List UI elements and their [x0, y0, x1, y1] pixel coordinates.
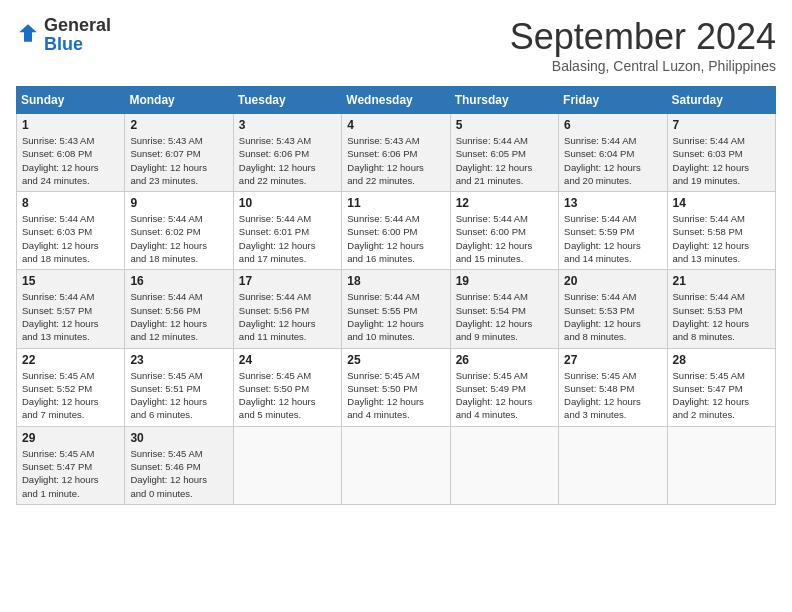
calendar-cell: 26Sunrise: 5:45 AM Sunset: 5:49 PM Dayli… — [450, 348, 558, 426]
day-number: 8 — [22, 196, 119, 210]
calendar-week-2: 8Sunrise: 5:44 AM Sunset: 6:03 PM Daylig… — [17, 192, 776, 270]
day-info: Sunrise: 5:44 AM Sunset: 5:53 PM Dayligh… — [564, 290, 661, 343]
day-number: 27 — [564, 353, 661, 367]
calendar-cell: 16Sunrise: 5:44 AM Sunset: 5:56 PM Dayli… — [125, 270, 233, 348]
day-number: 25 — [347, 353, 444, 367]
day-number: 11 — [347, 196, 444, 210]
day-number: 17 — [239, 274, 336, 288]
weekday-header-wednesday: Wednesday — [342, 87, 450, 114]
day-info: Sunrise: 5:44 AM Sunset: 5:54 PM Dayligh… — [456, 290, 553, 343]
calendar-cell: 30Sunrise: 5:45 AM Sunset: 5:46 PM Dayli… — [125, 426, 233, 504]
day-number: 6 — [564, 118, 661, 132]
calendar-cell: 9Sunrise: 5:44 AM Sunset: 6:02 PM Daylig… — [125, 192, 233, 270]
day-number: 19 — [456, 274, 553, 288]
logo-blue-text: Blue — [44, 34, 83, 54]
location-title: Balasing, Central Luzon, Philippines — [510, 58, 776, 74]
weekday-header-thursday: Thursday — [450, 87, 558, 114]
calendar-cell: 21Sunrise: 5:44 AM Sunset: 5:53 PM Dayli… — [667, 270, 775, 348]
weekday-header-saturday: Saturday — [667, 87, 775, 114]
day-info: Sunrise: 5:45 AM Sunset: 5:46 PM Dayligh… — [130, 447, 227, 500]
calendar-cell: 22Sunrise: 5:45 AM Sunset: 5:52 PM Dayli… — [17, 348, 125, 426]
day-info: Sunrise: 5:44 AM Sunset: 5:55 PM Dayligh… — [347, 290, 444, 343]
calendar-cell: 14Sunrise: 5:44 AM Sunset: 5:58 PM Dayli… — [667, 192, 775, 270]
day-info: Sunrise: 5:44 AM Sunset: 5:53 PM Dayligh… — [673, 290, 770, 343]
day-info: Sunrise: 5:45 AM Sunset: 5:48 PM Dayligh… — [564, 369, 661, 422]
day-number: 7 — [673, 118, 770, 132]
calendar-cell: 5Sunrise: 5:44 AM Sunset: 6:05 PM Daylig… — [450, 114, 558, 192]
calendar-cell: 7Sunrise: 5:44 AM Sunset: 6:03 PM Daylig… — [667, 114, 775, 192]
calendar-cell: 12Sunrise: 5:44 AM Sunset: 6:00 PM Dayli… — [450, 192, 558, 270]
calendar-cell: 4Sunrise: 5:43 AM Sunset: 6:06 PM Daylig… — [342, 114, 450, 192]
weekday-header-friday: Friday — [559, 87, 667, 114]
page-header: General Blue September 2024 Balasing, Ce… — [16, 16, 776, 74]
day-info: Sunrise: 5:44 AM Sunset: 6:05 PM Dayligh… — [456, 134, 553, 187]
day-number: 4 — [347, 118, 444, 132]
calendar-cell: 15Sunrise: 5:44 AM Sunset: 5:57 PM Dayli… — [17, 270, 125, 348]
calendar-cell — [450, 426, 558, 504]
title-area: September 2024 Balasing, Central Luzon, … — [510, 16, 776, 74]
day-number: 24 — [239, 353, 336, 367]
logo-general-text: General — [44, 15, 111, 35]
day-info: Sunrise: 5:43 AM Sunset: 6:08 PM Dayligh… — [22, 134, 119, 187]
day-number: 5 — [456, 118, 553, 132]
day-info: Sunrise: 5:43 AM Sunset: 6:07 PM Dayligh… — [130, 134, 227, 187]
calendar-table: SundayMondayTuesdayWednesdayThursdayFrid… — [16, 86, 776, 505]
day-number: 21 — [673, 274, 770, 288]
day-number: 22 — [22, 353, 119, 367]
day-info: Sunrise: 5:43 AM Sunset: 6:06 PM Dayligh… — [239, 134, 336, 187]
calendar-cell: 2Sunrise: 5:43 AM Sunset: 6:07 PM Daylig… — [125, 114, 233, 192]
day-info: Sunrise: 5:44 AM Sunset: 5:57 PM Dayligh… — [22, 290, 119, 343]
day-number: 13 — [564, 196, 661, 210]
day-info: Sunrise: 5:45 AM Sunset: 5:47 PM Dayligh… — [22, 447, 119, 500]
day-number: 28 — [673, 353, 770, 367]
calendar-cell: 13Sunrise: 5:44 AM Sunset: 5:59 PM Dayli… — [559, 192, 667, 270]
logo: General Blue — [16, 16, 111, 54]
day-info: Sunrise: 5:43 AM Sunset: 6:06 PM Dayligh… — [347, 134, 444, 187]
calendar-week-3: 15Sunrise: 5:44 AM Sunset: 5:57 PM Dayli… — [17, 270, 776, 348]
calendar-cell: 19Sunrise: 5:44 AM Sunset: 5:54 PM Dayli… — [450, 270, 558, 348]
day-number: 10 — [239, 196, 336, 210]
calendar-cell — [342, 426, 450, 504]
day-number: 9 — [130, 196, 227, 210]
day-number: 15 — [22, 274, 119, 288]
day-info: Sunrise: 5:44 AM Sunset: 6:03 PM Dayligh… — [22, 212, 119, 265]
day-info: Sunrise: 5:44 AM Sunset: 5:58 PM Dayligh… — [673, 212, 770, 265]
calendar-cell: 6Sunrise: 5:44 AM Sunset: 6:04 PM Daylig… — [559, 114, 667, 192]
calendar-cell: 24Sunrise: 5:45 AM Sunset: 5:50 PM Dayli… — [233, 348, 341, 426]
day-info: Sunrise: 5:45 AM Sunset: 5:50 PM Dayligh… — [347, 369, 444, 422]
day-number: 26 — [456, 353, 553, 367]
calendar-cell: 27Sunrise: 5:45 AM Sunset: 5:48 PM Dayli… — [559, 348, 667, 426]
day-info: Sunrise: 5:44 AM Sunset: 5:56 PM Dayligh… — [239, 290, 336, 343]
weekday-header-sunday: Sunday — [17, 87, 125, 114]
calendar-cell: 23Sunrise: 5:45 AM Sunset: 5:51 PM Dayli… — [125, 348, 233, 426]
day-number: 2 — [130, 118, 227, 132]
day-number: 16 — [130, 274, 227, 288]
day-info: Sunrise: 5:44 AM Sunset: 5:59 PM Dayligh… — [564, 212, 661, 265]
day-number: 14 — [673, 196, 770, 210]
day-info: Sunrise: 5:44 AM Sunset: 6:01 PM Dayligh… — [239, 212, 336, 265]
day-info: Sunrise: 5:44 AM Sunset: 6:03 PM Dayligh… — [673, 134, 770, 187]
month-title: September 2024 — [510, 16, 776, 58]
day-number: 23 — [130, 353, 227, 367]
day-number: 20 — [564, 274, 661, 288]
weekday-header-monday: Monday — [125, 87, 233, 114]
day-info: Sunrise: 5:45 AM Sunset: 5:49 PM Dayligh… — [456, 369, 553, 422]
day-info: Sunrise: 5:44 AM Sunset: 6:00 PM Dayligh… — [456, 212, 553, 265]
day-number: 30 — [130, 431, 227, 445]
svg-marker-0 — [19, 24, 37, 42]
day-info: Sunrise: 5:44 AM Sunset: 6:00 PM Dayligh… — [347, 212, 444, 265]
calendar-week-5: 29Sunrise: 5:45 AM Sunset: 5:47 PM Dayli… — [17, 426, 776, 504]
day-number: 29 — [22, 431, 119, 445]
calendar-cell: 29Sunrise: 5:45 AM Sunset: 5:47 PM Dayli… — [17, 426, 125, 504]
weekday-header-row: SundayMondayTuesdayWednesdayThursdayFrid… — [17, 87, 776, 114]
day-number: 12 — [456, 196, 553, 210]
day-info: Sunrise: 5:44 AM Sunset: 6:02 PM Dayligh… — [130, 212, 227, 265]
calendar-cell: 25Sunrise: 5:45 AM Sunset: 5:50 PM Dayli… — [342, 348, 450, 426]
day-number: 3 — [239, 118, 336, 132]
day-number: 18 — [347, 274, 444, 288]
calendar-cell: 10Sunrise: 5:44 AM Sunset: 6:01 PM Dayli… — [233, 192, 341, 270]
calendar-cell — [233, 426, 341, 504]
calendar-cell: 1Sunrise: 5:43 AM Sunset: 6:08 PM Daylig… — [17, 114, 125, 192]
day-info: Sunrise: 5:45 AM Sunset: 5:47 PM Dayligh… — [673, 369, 770, 422]
day-info: Sunrise: 5:45 AM Sunset: 5:50 PM Dayligh… — [239, 369, 336, 422]
